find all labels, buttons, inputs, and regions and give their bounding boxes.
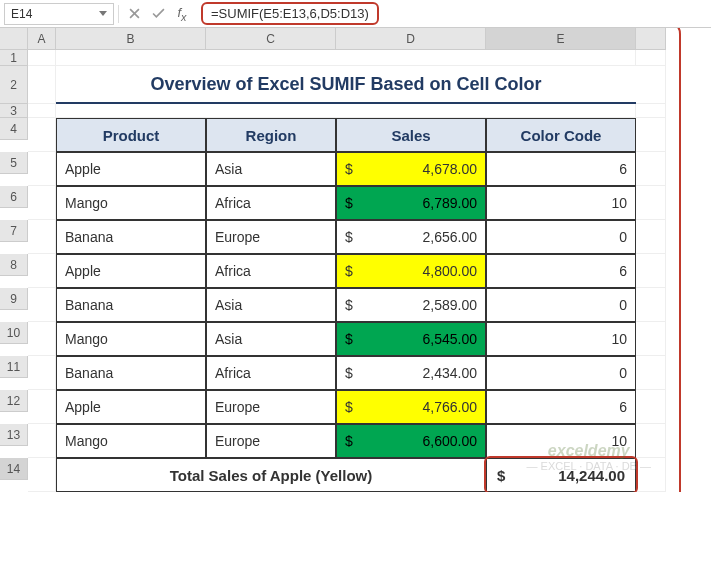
cell-sales-9[interactable]: $2,589.00 <box>336 288 486 322</box>
cell-F3[interactable] <box>636 104 666 118</box>
row-header-9[interactable]: 9 <box>0 288 28 310</box>
row-header-1[interactable]: 1 <box>0 50 28 66</box>
row-header-12[interactable]: 12 <box>0 390 28 412</box>
cell-color-7[interactable]: 0 <box>486 220 636 254</box>
cell-A3[interactable] <box>28 104 56 118</box>
cell-F10[interactable] <box>636 322 666 356</box>
cell-A2[interactable] <box>28 66 56 104</box>
cell-F7[interactable] <box>636 220 666 254</box>
cell-A8[interactable] <box>28 254 56 288</box>
header-color[interactable]: Color Code <box>486 118 636 152</box>
cell-color-11[interactable]: 0 <box>486 356 636 390</box>
cell-F14[interactable] <box>636 458 666 492</box>
cell-A12[interactable] <box>28 390 56 424</box>
row-header-13[interactable]: 13 <box>0 424 28 446</box>
row-header-8[interactable]: 8 <box>0 254 28 276</box>
cell-F6[interactable] <box>636 186 666 220</box>
cell-color-9[interactable]: 0 <box>486 288 636 322</box>
chevron-down-icon[interactable] <box>99 11 107 16</box>
cell-F13[interactable] <box>636 424 666 458</box>
cell-B1[interactable] <box>56 50 636 66</box>
header-product[interactable]: Product <box>56 118 206 152</box>
total-label: Total Sales of Apple (Yellow) <box>56 458 486 492</box>
formula-input[interactable]: =SUMIF(E5:E13,6,D5:D13) <box>195 3 707 25</box>
col-header-D[interactable]: D <box>336 28 486 50</box>
cell-F8[interactable] <box>636 254 666 288</box>
cell-product-10[interactable]: Mango <box>56 322 206 356</box>
cell-product-12[interactable]: Apple <box>56 390 206 424</box>
cell-region-5[interactable]: Asia <box>206 152 336 186</box>
row-header-4[interactable]: 4 <box>0 118 28 140</box>
cell-A4[interactable] <box>28 118 56 152</box>
cell-region-10[interactable]: Asia <box>206 322 336 356</box>
row-header-11[interactable]: 11 <box>0 356 28 378</box>
cell-product-9[interactable]: Banana <box>56 288 206 322</box>
cell-A9[interactable] <box>28 288 56 322</box>
cell-region-6[interactable]: Africa <box>206 186 336 220</box>
cell-F1[interactable] <box>636 50 666 66</box>
cell-color-8[interactable]: 6 <box>486 254 636 288</box>
cell-region-7[interactable]: Europe <box>206 220 336 254</box>
cell-F11[interactable] <box>636 356 666 390</box>
cell-sales-11[interactable]: $2,434.00 <box>336 356 486 390</box>
row-header-2[interactable]: 2 <box>0 66 28 104</box>
cell-color-6[interactable]: 10 <box>486 186 636 220</box>
cancel-formula-button[interactable] <box>123 3 145 25</box>
cell-A14[interactable] <box>28 458 56 492</box>
select-all-corner[interactable] <box>0 28 28 50</box>
cell-product-7[interactable]: Banana <box>56 220 206 254</box>
row-header-3[interactable]: 3 <box>0 104 28 118</box>
insert-function-button[interactable]: fx <box>171 3 193 25</box>
header-sales[interactable]: Sales <box>336 118 486 152</box>
col-header-A[interactable]: A <box>28 28 56 50</box>
cell-region-8[interactable]: Africa <box>206 254 336 288</box>
cell-color-13[interactable]: 10 <box>486 424 636 458</box>
cell-A1[interactable] <box>28 50 56 66</box>
cell-product-8[interactable]: Apple <box>56 254 206 288</box>
cell-product-5[interactable]: Apple <box>56 152 206 186</box>
cell-A10[interactable] <box>28 322 56 356</box>
cell-color-10[interactable]: 10 <box>486 322 636 356</box>
col-header-B[interactable]: B <box>56 28 206 50</box>
cell-region-11[interactable]: Africa <box>206 356 336 390</box>
cell-sales-7[interactable]: $2,656.00 <box>336 220 486 254</box>
cell-sales-13[interactable]: $6,600.00 <box>336 424 486 458</box>
cell-A7[interactable] <box>28 220 56 254</box>
cell-sales-10[interactable]: $6,545.00 <box>336 322 486 356</box>
cell-A11[interactable] <box>28 356 56 390</box>
row-header-5[interactable]: 5 <box>0 152 28 174</box>
cell-F12[interactable] <box>636 390 666 424</box>
cell-A5[interactable] <box>28 152 56 186</box>
cell-B3[interactable] <box>56 104 636 118</box>
col-header-blank[interactable] <box>636 28 666 50</box>
cell-F5[interactable] <box>636 152 666 186</box>
cell-product-13[interactable]: Mango <box>56 424 206 458</box>
total-value-cell[interactable]: $ 14,244.00 <box>486 458 636 492</box>
col-header-E[interactable]: E <box>486 28 636 50</box>
cell-region-13[interactable]: Europe <box>206 424 336 458</box>
cell-product-6[interactable]: Mango <box>56 186 206 220</box>
cell-sales-8[interactable]: $4,800.00 <box>336 254 486 288</box>
cell-sales-12[interactable]: $4,766.00 <box>336 390 486 424</box>
cell-region-12[interactable]: Europe <box>206 390 336 424</box>
cell-product-11[interactable]: Banana <box>56 356 206 390</box>
cell-F9[interactable] <box>636 288 666 322</box>
cell-F2[interactable] <box>636 66 666 104</box>
cell-region-9[interactable]: Asia <box>206 288 336 322</box>
cell-F4[interactable] <box>636 118 666 152</box>
confirm-formula-button[interactable] <box>147 3 169 25</box>
cell-color-12[interactable]: 6 <box>486 390 636 424</box>
name-box[interactable]: E14 <box>4 3 114 25</box>
cell-A13[interactable] <box>28 424 56 458</box>
cell-A6[interactable] <box>28 186 56 220</box>
cell-sales-6[interactable]: $6,789.00 <box>336 186 486 220</box>
cell-sales-5[interactable]: $4,678.00 <box>336 152 486 186</box>
header-region[interactable]: Region <box>206 118 336 152</box>
row-header-10[interactable]: 10 <box>0 322 28 344</box>
cell-color-5[interactable]: 6 <box>486 152 636 186</box>
row-header-14[interactable]: 14 <box>0 458 28 480</box>
row-header-6[interactable]: 6 <box>0 186 28 208</box>
col-header-C[interactable]: C <box>206 28 336 50</box>
row-header-7[interactable]: 7 <box>0 220 28 242</box>
spreadsheet-grid[interactable]: A B C D E 1 2 Overview of Excel SUMIF Ba… <box>0 28 711 492</box>
